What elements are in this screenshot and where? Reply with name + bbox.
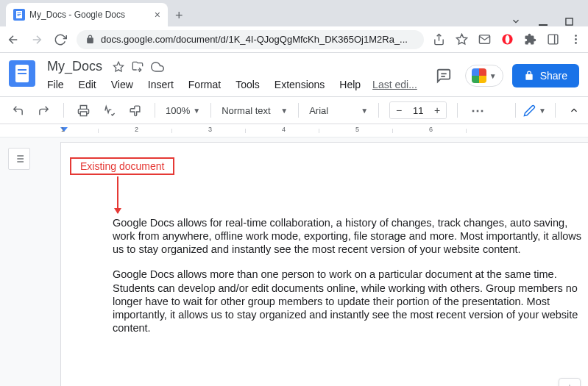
bookmark-icon[interactable] bbox=[456, 33, 468, 46]
document-title[interactable]: My_Docs bbox=[44, 57, 105, 76]
forward-button[interactable] bbox=[29, 33, 44, 46]
extensions-icon[interactable] bbox=[524, 33, 536, 46]
cloud-status-icon[interactable] bbox=[151, 60, 164, 74]
annotation-arrow bbox=[117, 176, 118, 213]
more-tools-button[interactable]: ⋯ bbox=[468, 99, 489, 121]
kebab-menu-icon[interactable] bbox=[570, 33, 582, 46]
svg-rect-13 bbox=[548, 35, 558, 44]
pencil-icon bbox=[523, 104, 536, 117]
url-field[interactable]: docs.google.com/document/d/1K_4I-QJogQgM… bbox=[77, 30, 424, 49]
back-button[interactable] bbox=[6, 33, 21, 46]
print-button[interactable] bbox=[74, 101, 93, 120]
docs-titlebar: My_Docs File Edit View Insert Format Too… bbox=[0, 53, 588, 92]
svg-rect-4 bbox=[539, 24, 548, 26]
ruler-tick: 4 bbox=[282, 126, 286, 133]
chevron-down-icon: ▼ bbox=[539, 107, 546, 115]
window-controls bbox=[511, 16, 582, 26]
zoom-select[interactable]: 100%▼ bbox=[166, 105, 200, 116]
comment-history-button[interactable] bbox=[431, 63, 456, 88]
paragraph: Google Docs allows for real-time collabo… bbox=[113, 216, 587, 256]
paragraph: Google Docs allows more than one person … bbox=[113, 268, 587, 335]
ruler-tick: 2 bbox=[135, 126, 138, 133]
paint-format-button[interactable] bbox=[126, 101, 144, 120]
font-size-stepper: − 11 + bbox=[389, 101, 447, 119]
svg-point-15 bbox=[575, 35, 577, 37]
ruler[interactable]: 1 2 3 4 5 6 bbox=[0, 124, 588, 137]
minimize-icon[interactable] bbox=[539, 17, 548, 26]
svg-rect-3 bbox=[18, 15, 20, 16]
address-bar: docs.google.com/document/d/1K_4I-QJogQgM… bbox=[0, 26, 588, 53]
meet-icon bbox=[472, 68, 486, 83]
font-size-decrease[interactable]: − bbox=[390, 102, 408, 118]
chevron-down-icon[interactable] bbox=[511, 16, 521, 26]
menu-view[interactable]: View bbox=[108, 77, 136, 92]
move-icon[interactable] bbox=[132, 61, 144, 73]
menu-file[interactable]: File bbox=[44, 77, 67, 92]
star-icon[interactable] bbox=[113, 61, 124, 73]
ruler-tick: 6 bbox=[429, 126, 433, 133]
document-canvas: Existing document Google Docs allows for… bbox=[0, 137, 588, 386]
spellcheck-button[interactable] bbox=[100, 101, 118, 120]
menu-tools[interactable]: Tools bbox=[233, 77, 263, 92]
side-panel-icon[interactable] bbox=[547, 33, 559, 46]
font-size-increase[interactable]: + bbox=[428, 102, 446, 118]
svg-point-12 bbox=[506, 35, 510, 43]
svg-rect-5 bbox=[566, 18, 573, 24]
svg-point-16 bbox=[575, 38, 577, 40]
chevron-down-icon: ▼ bbox=[489, 72, 497, 80]
menu-help[interactable]: Help bbox=[336, 77, 364, 92]
share-label: Share bbox=[540, 70, 567, 82]
active-tab[interactable]: My_Docs - Google Docs × bbox=[6, 3, 168, 26]
opera-icon[interactable] bbox=[501, 33, 514, 46]
svg-rect-1 bbox=[18, 12, 21, 13]
undo-button[interactable] bbox=[9, 101, 27, 120]
share-button[interactable]: Share bbox=[512, 64, 579, 87]
ruler-tick: 5 bbox=[355, 126, 359, 133]
page[interactable]: Existing document Google Docs allows for… bbox=[60, 142, 588, 386]
docs-favicon bbox=[13, 9, 25, 21]
svg-marker-9 bbox=[456, 34, 467, 43]
close-tab-icon[interactable]: × bbox=[155, 9, 160, 21]
new-tab-button[interactable]: + bbox=[168, 5, 191, 26]
ruler-tick: 3 bbox=[208, 126, 212, 133]
menu-edit[interactable]: Edit bbox=[76, 77, 99, 92]
font-size-value[interactable]: 11 bbox=[408, 105, 428, 116]
share-url-icon[interactable] bbox=[433, 33, 445, 46]
maximize-icon[interactable] bbox=[565, 18, 573, 26]
editing-mode-select[interactable]: ▼ bbox=[515, 103, 546, 118]
lock-icon bbox=[85, 35, 95, 44]
ruler-tick: 1 bbox=[61, 126, 65, 133]
url-text: docs.google.com/document/d/1K_4I-QJogQgM… bbox=[101, 34, 408, 45]
browser-tab-strip: My_Docs - Google Docs × + bbox=[0, 0, 588, 26]
svg-rect-22 bbox=[80, 111, 87, 115]
mail-icon[interactable] bbox=[478, 33, 491, 46]
lock-icon bbox=[524, 71, 534, 81]
reload-button[interactable] bbox=[53, 33, 68, 46]
last-edit-link[interactable]: Last edi... bbox=[372, 79, 417, 90]
document-body[interactable]: Google Docs allows for real-time collabo… bbox=[113, 216, 588, 335]
font-select[interactable]: Arial▼ bbox=[309, 105, 368, 116]
menu-format[interactable]: Format bbox=[185, 77, 224, 92]
paragraph-style-select[interactable]: Normal text▼ bbox=[222, 105, 288, 116]
collapse-toolbar-button[interactable] bbox=[564, 103, 579, 118]
svg-rect-2 bbox=[18, 14, 21, 15]
explore-button[interactable] bbox=[559, 378, 581, 386]
meet-button[interactable]: ▼ bbox=[465, 65, 503, 87]
redo-button[interactable] bbox=[35, 101, 53, 120]
annotation-label: Existing document bbox=[70, 157, 174, 175]
docs-home-button[interactable] bbox=[9, 60, 35, 87]
outline-toggle-button[interactable] bbox=[8, 148, 30, 170]
menu-insert[interactable]: Insert bbox=[145, 77, 177, 92]
menu-extensions[interactable]: Extensions bbox=[272, 77, 327, 92]
svg-marker-18 bbox=[113, 62, 123, 71]
svg-point-17 bbox=[575, 42, 577, 44]
tab-title: My_Docs - Google Docs bbox=[29, 10, 125, 20]
toolbar: 100%▼ Normal text▼ Arial▼ − 11 + ⋯ ▼ bbox=[0, 96, 588, 124]
menu-bar: File Edit View Insert Format Tools Exten… bbox=[44, 77, 422, 92]
